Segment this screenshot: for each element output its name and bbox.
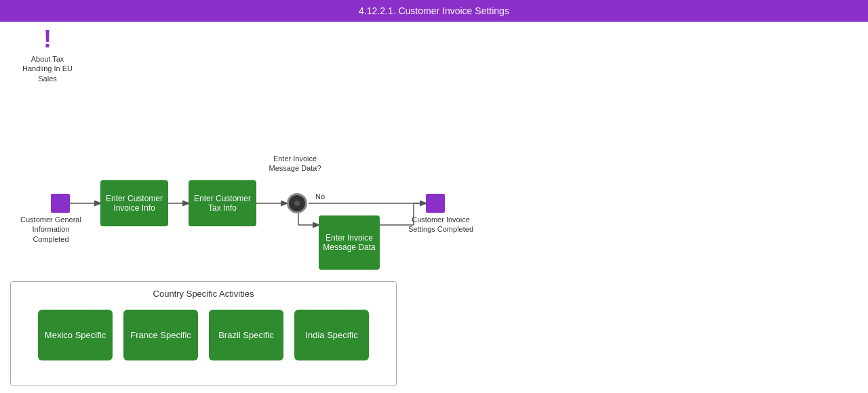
svg-text:No: No <box>315 192 325 201</box>
start-node <box>51 194 70 213</box>
country-node[interactable]: Brazil Specific <box>209 310 283 360</box>
country-section-title: Country Specific Activities <box>11 289 396 299</box>
invoice-info-node[interactable]: Enter Customer Invoice Info <box>100 180 168 226</box>
country-activities-section: Country Specific Activities Mexico Speci… <box>10 281 397 386</box>
page-header: 4.12.2.1. Customer Invoice Settings <box>0 0 868 22</box>
start-node-label: Customer General Information Completed <box>20 215 81 244</box>
message-data-node[interactable]: Enter Invoice Message Data <box>319 215 380 270</box>
country-node[interactable]: France Specific <box>123 310 198 360</box>
tax-info-node[interactable]: Enter Customer Tax Info <box>189 180 256 226</box>
end-node-label: Customer Invoice Settings Completed <box>407 215 475 234</box>
end-node <box>426 194 445 213</box>
gateway-node <box>287 193 307 213</box>
country-activities-list: Mexico SpecificFrance SpecificBrazil Spe… <box>11 299 396 371</box>
flow-diagram: No Customer General Information Complete… <box>0 22 868 299</box>
page-title: 4.12.2.1. Customer Invoice Settings <box>359 5 509 16</box>
country-node[interactable]: India Specific <box>294 310 369 360</box>
gateway-label: Enter Invoice Message Data? <box>264 154 326 173</box>
country-node[interactable]: Mexico Specific <box>38 310 113 360</box>
